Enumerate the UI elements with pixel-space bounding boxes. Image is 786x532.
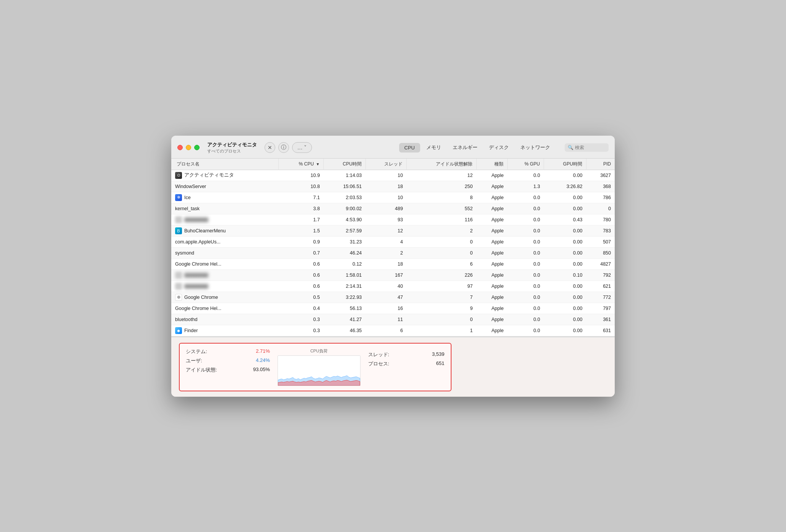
process-name: Google Chrome Hel... — [175, 261, 221, 267]
table-row[interactable]: ⊕Google Chrome0.53:22.93477Apple0.00.007… — [171, 292, 615, 303]
col-header-cpu-time[interactable]: CPU時間 — [324, 159, 366, 170]
table-row[interactable]: bluetoothd0.341.27110Apple0.00.00361 — [171, 314, 615, 325]
cell-threads: 6 — [365, 325, 407, 336]
stat-processes-value: 651 — [436, 360, 445, 367]
table-row[interactable]: Google Chrome Hel...0.456.13169Apple0.00… — [171, 303, 615, 314]
cell-kind: Apple — [476, 303, 507, 314]
cell-threads: 18 — [365, 181, 407, 192]
cell-pid: 797 — [586, 303, 615, 314]
cell-cpu_time: 41.27 — [324, 314, 366, 325]
cell-cpu_time: 56.13 — [324, 303, 366, 314]
cell-idle_wake: 97 — [407, 281, 476, 292]
col-header-threads[interactable]: スレッド — [365, 159, 407, 170]
cell-cpu_pct: 0.3 — [279, 325, 324, 336]
cell-pid: 507 — [586, 236, 615, 247]
table-row[interactable]: BBuhoClearnerMenu1.52:57.59122Apple0.00.… — [171, 225, 615, 236]
nav-tabs: CPU メモリ エネルギー ディスク ネットワーク — [399, 142, 555, 153]
cell-gpu_time: 0.00 — [544, 303, 586, 314]
col-header-cpu-pct[interactable]: % CPU ▼ — [279, 159, 324, 170]
col-header-idle-wake[interactable]: アイドル状態解除 — [407, 159, 476, 170]
minimize-button[interactable] — [186, 145, 191, 150]
table-row[interactable]: ☻Finder0.346.3561Apple0.00.00631 — [171, 325, 615, 336]
cell-threads: 10 — [365, 192, 407, 203]
cell-cpu_pct: 0.4 — [279, 303, 324, 314]
cell-kind: Apple — [476, 192, 507, 203]
col-header-kind[interactable]: 種類 — [476, 159, 507, 170]
tab-cpu[interactable]: CPU — [399, 143, 420, 152]
cell-kind: Apple — [476, 281, 507, 292]
process-icon: ⊙ — [175, 172, 182, 179]
action-btn[interactable]: … ˅ — [292, 142, 312, 153]
table-row[interactable]: WindowServer10.815:06.5118250Apple1.33:2… — [171, 181, 615, 192]
stat-user-value: 4.24% — [256, 357, 270, 364]
titlebar: アクティビティモニタ すべてのプロセス ✕ ⓘ … ˅ CPU メモリ エネルギ… — [171, 136, 615, 159]
tab-disk[interactable]: ディスク — [484, 142, 514, 153]
cell-gpu_pct: 0.0 — [507, 236, 544, 247]
app-title: アクティビティモニタ — [207, 141, 257, 148]
cell-kind: Apple — [476, 314, 507, 325]
table-row[interactable]: ⊙アクティビティモニタ10.91:14.031012Apple0.00.0036… — [171, 170, 615, 181]
process-icon-blurred — [175, 272, 182, 279]
cell-pid: 368 — [586, 181, 615, 192]
cell-idle_wake: 0 — [407, 247, 476, 258]
cell-pid: 361 — [586, 314, 615, 325]
process-name: xxxxxxxxxx — [184, 217, 208, 222]
col-header-name[interactable]: プロセス名 — [171, 159, 279, 170]
table-row[interactable]: xxxxxxxxxx0.61:58.01167226Apple0.00.1079… — [171, 269, 615, 281]
cell-cpu_pct: 10.9 — [279, 170, 324, 181]
search-box[interactable]: 🔍 — [565, 143, 609, 152]
cell-cpu_time: 3:22.93 — [324, 292, 366, 303]
table-row[interactable]: Google Chrome Hel...0.60.12186Apple0.00.… — [171, 258, 615, 269]
table-row[interactable]: com.apple.AppleUs...0.931.2340Apple0.00.… — [171, 236, 615, 247]
search-input[interactable] — [575, 145, 606, 150]
process-icon-blurred — [175, 216, 182, 223]
cell-cpu_time: 0.12 — [324, 258, 366, 269]
cell-pid: 631 — [586, 325, 615, 336]
stat-threads-value: 3,539 — [432, 351, 445, 358]
cell-gpu_time: 0.43 — [544, 214, 586, 225]
col-header-gpu-pct[interactable]: % GPU — [507, 159, 544, 170]
cell-idle_wake: 9 — [407, 303, 476, 314]
table-row[interactable]: sysmond0.746.2420Apple0.00.00850 — [171, 247, 615, 258]
process-name: Google Chrome Hel... — [175, 306, 221, 311]
maximize-button[interactable] — [194, 145, 200, 150]
process-name: xxxxxxxxxx — [184, 272, 208, 278]
tab-memory[interactable]: メモリ — [421, 142, 447, 153]
table-header-row: プロセス名 % CPU ▼ CPU時間 スレッド アイドル状態解除 種類 % G… — [171, 159, 615, 170]
close-icon-btn[interactable]: ✕ — [265, 142, 275, 153]
cell-cpu_pct: 0.3 — [279, 314, 324, 325]
info-icon-btn[interactable]: ⓘ — [278, 142, 289, 153]
col-header-gpu-time[interactable]: GPU時間 — [544, 159, 586, 170]
table-row[interactable]: ❄Ice7.12:03.53108Apple0.00.00786 — [171, 192, 615, 203]
search-icon: 🔍 — [568, 145, 573, 150]
table-row[interactable]: xxxxxxxxxx1.74:53.9093116Apple0.00.43780 — [171, 214, 615, 225]
process-name: kernel_task — [175, 206, 200, 211]
stat-threads-label: スレッド: — [368, 351, 390, 358]
table-row[interactable]: xxxxxxxxxx0.62:14.314097Apple0.00.00621 — [171, 281, 615, 292]
cell-threads: 93 — [365, 214, 407, 225]
cell-cpu_pct: 0.6 — [279, 258, 324, 269]
cell-gpu_time: 0.00 — [544, 325, 586, 336]
cpu-chart — [278, 355, 361, 386]
process-name: WindowServer — [175, 184, 206, 189]
cell-gpu_pct: 0.0 — [507, 325, 544, 336]
cell-cpu_pct: 0.6 — [279, 281, 324, 292]
cell-pid: 772 — [586, 292, 615, 303]
stat-user: ユーザ: 4.24% — [186, 357, 270, 364]
cell-idle_wake: 226 — [407, 269, 476, 281]
process-name: Google Chrome — [184, 295, 218, 300]
cell-kind: Apple — [476, 225, 507, 236]
cell-threads: 2 — [365, 247, 407, 258]
cell-kind: Apple — [476, 258, 507, 269]
chart-title: CPU負荷 — [310, 348, 328, 354]
tab-network[interactable]: ネットワーク — [515, 142, 555, 153]
close-button[interactable] — [177, 145, 183, 150]
tab-energy[interactable]: エネルギー — [447, 142, 483, 153]
cell-gpu_pct: 0.0 — [507, 170, 544, 181]
cell-cpu_time: 2:03.53 — [324, 192, 366, 203]
table-row[interactable]: kernel_task3.89:00.02489552Apple0.00.000 — [171, 203, 615, 214]
cell-gpu_pct: 0.0 — [507, 203, 544, 214]
process-name: xxxxxxxxxx — [184, 284, 208, 289]
cell-gpu_time: 0.00 — [544, 203, 586, 214]
col-header-pid[interactable]: PID — [586, 159, 615, 170]
